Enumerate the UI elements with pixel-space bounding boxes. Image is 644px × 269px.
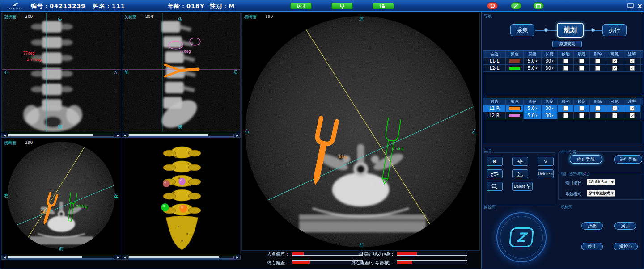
stop-navigation-button[interactable]: 停止导航 (570, 155, 602, 164)
scroll-right-icon[interactable]: ▶ (234, 133, 240, 137)
checkbox-visible[interactable]: ✓ (612, 59, 617, 63)
checkbox-note[interactable]: ✓ (630, 106, 635, 111)
axial-viewport-large[interactable]: 横断面 190 后 右 左 前 3deg 75deg (242, 13, 480, 251)
angle-tool-button[interactable] (512, 169, 528, 178)
probe-button[interactable] (511, 2, 521, 9)
workflow-step-collect[interactable]: 采集 (510, 24, 534, 36)
image-capture-button[interactable] (290, 3, 312, 9)
coronal-scrollbar[interactable]: ◀ ▶ (1, 133, 121, 138)
workflow-step-plan[interactable]: 规划 (557, 23, 584, 38)
caret-down-icon: ▾ (536, 114, 538, 118)
port-select-dropdown[interactable]: 4GuideBar▼ (587, 179, 615, 185)
scroll-left-icon[interactable]: ◀ (122, 255, 128, 259)
length-combo[interactable]: 30▾ (542, 112, 558, 119)
length-combo[interactable]: 30▾ (542, 65, 558, 71)
checkbox-move[interactable] (563, 113, 568, 118)
nav-mode-dropdown[interactable]: 探针导航模式▼ (587, 190, 615, 197)
close-button[interactable]: × (636, 2, 644, 10)
diameter-combo[interactable]: 5.0▾ (524, 112, 542, 119)
save-export-button[interactable] (373, 3, 394, 9)
checkbox-lock[interactable] (579, 66, 584, 71)
patient-age-field: 年龄：018Y (168, 2, 205, 10)
scroll-track[interactable] (128, 134, 234, 137)
implant-tool-button[interactable] (331, 3, 353, 9)
checkbox-delete[interactable] (595, 59, 600, 63)
checkbox-lock[interactable] (579, 113, 584, 118)
scroll-thumb[interactable] (129, 256, 219, 258)
caret-down-icon: ▼ (611, 192, 614, 195)
screw-row-L1-R[interactable]: L1-R 5.0▾ 30▾ ✓ ✓ (483, 105, 643, 112)
angle-annotation: 3.77deg (27, 58, 42, 62)
scroll-thumb[interactable] (8, 134, 93, 136)
length-combo[interactable]: 30▾ (542, 58, 558, 64)
coronal-viewport[interactable]: 冠状面 209 头 右 左 脚 77deg 3.77deg (1, 13, 121, 132)
caret-down-icon: ▾ (552, 67, 554, 70)
scroll-thumb[interactable] (8, 256, 82, 258)
length-combo[interactable]: 30▾ (542, 105, 558, 112)
color-swatch[interactable] (509, 106, 521, 110)
checkbox-note[interactable]: ✓ (630, 66, 635, 71)
checkbox-note[interactable]: ✓ (630, 113, 635, 118)
checkbox-move[interactable] (563, 66, 568, 71)
checkbox-visible[interactable]: ✓ (612, 106, 617, 111)
nabla-tool-button[interactable]: ∇ (538, 157, 554, 166)
screw-row-L2-L[interactable]: L2-L 5.0▾ 30▾ ✓ ✓ (483, 65, 643, 72)
col-header: 移动 (558, 51, 574, 57)
checkbox-lock[interactable] (579, 59, 584, 63)
screw-row-L1-L[interactable]: L1-L 5.0▾ 30▾ ✓ ✓ (483, 58, 643, 65)
screenshot-button[interactable] (627, 2, 635, 9)
scroll-track[interactable] (128, 256, 234, 259)
crosshair-tool-button[interactable] (512, 157, 528, 166)
checkbox-move[interactable] (563, 106, 568, 111)
sagittal-viewport[interactable]: 矢状面 204 头 前 后 脚 77deg (122, 13, 241, 132)
delete-measure-button[interactable]: Delete (538, 169, 554, 178)
col-header: 可见 (606, 98, 623, 105)
end-deviation-tool-fill (397, 261, 412, 264)
workflow-step-execute[interactable]: 执行 (602, 24, 627, 36)
checkbox-delete[interactable] (595, 106, 600, 111)
arm-fold-button[interactable]: 折叠 (581, 222, 603, 230)
volume-3d-viewport[interactable] (122, 139, 241, 254)
checkbox-visible[interactable]: ✓ (612, 113, 617, 118)
robot-z-logo: Z (509, 227, 534, 247)
checkbox-delete[interactable] (595, 113, 600, 118)
add-plan-button[interactable]: 添加规划 (552, 41, 582, 47)
checkbox-delete[interactable] (595, 66, 600, 71)
axial-small-scrollbar[interactable]: ◀ ▶ (1, 255, 121, 260)
undo-button[interactable] (487, 2, 498, 9)
diameter-combo[interactable]: 5.0▾ (524, 58, 542, 64)
color-swatch[interactable] (509, 66, 521, 70)
axial-viewport-small[interactable]: 横断面 190 右 左 前 3deg 75deg (1, 139, 121, 254)
arm-stop-button[interactable]: 停止 (581, 243, 603, 250)
scroll-left-icon[interactable]: ◀ (2, 255, 8, 259)
robot-arm-button[interactable]: Z (496, 212, 547, 262)
checkbox-visible[interactable]: ✓ (612, 66, 617, 71)
diameter-combo[interactable]: 5.0▾ (524, 65, 542, 71)
scroll-right-icon[interactable]: ▶ (234, 255, 240, 259)
scroll-track[interactable] (8, 256, 114, 259)
diameter-combo[interactable]: 5.0▾ (524, 105, 542, 112)
checkbox-lock[interactable] (579, 106, 584, 111)
start-navigation-button[interactable]: 进行导航 (614, 155, 642, 164)
scroll-right-icon[interactable]: ▶ (115, 255, 121, 259)
zoom-tool-button[interactable] (487, 182, 503, 191)
scroll-track[interactable] (8, 134, 114, 137)
archive-button[interactable] (533, 2, 544, 9)
scroll-left-icon[interactable]: ◀ (2, 133, 8, 137)
sagittal-scrollbar[interactable]: ◀ ▶ (122, 133, 241, 138)
arm-unfold-button[interactable]: 展开 (614, 222, 636, 230)
checkbox-note[interactable]: ✓ (630, 59, 635, 63)
orientation-bottom: 前 (59, 246, 64, 252)
scroll-thumb[interactable] (129, 134, 208, 136)
scroll-right-icon[interactable]: ▶ (115, 133, 121, 137)
color-swatch[interactable] (509, 113, 521, 118)
screw-row-L2-R[interactable]: L2-R 5.0▾ 30▾ ✓ ✓ (483, 112, 643, 119)
reset-view-button[interactable]: R (487, 157, 503, 166)
volume-3d-scrollbar[interactable]: ◀ ▶ (122, 255, 241, 260)
arm-console-button[interactable]: 操控台 (614, 243, 638, 250)
ruler-tool-button[interactable] (487, 169, 503, 178)
checkbox-move[interactable] (563, 59, 568, 63)
scroll-left-icon[interactable]: ◀ (122, 133, 128, 137)
color-swatch[interactable] (509, 59, 521, 63)
delete-implant-button[interactable]: Delete (512, 182, 533, 191)
